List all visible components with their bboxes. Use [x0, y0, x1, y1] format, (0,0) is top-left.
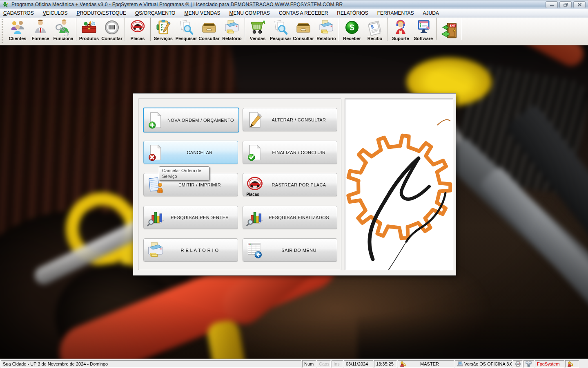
dialog-button-rastrear-por-placa[interactable]: PlacasRASTREAR POR PLACA	[243, 173, 337, 196]
toolbar-group-2: Placas	[125, 18, 150, 41]
toolbar-button-vendas[interactable]: Vendas	[246, 18, 269, 41]
printer3d-icon	[224, 19, 240, 36]
drawer-icon	[295, 19, 312, 36]
toolbar-button-label: Consultar	[198, 36, 219, 41]
statusbar-text-brand: FpqSystem	[537, 361, 560, 367]
toolbar-button-consultar[interactable]: Consultar	[292, 18, 315, 41]
os-menu-dialog: NOVA ORDEM / ORÇAMENTOALTERAR / CONSULTA…	[133, 93, 456, 276]
tooltip-line-2: Serviço	[162, 173, 206, 179]
toolbar-button-pesquisar[interactable]: Pesquisar	[269, 18, 292, 41]
statusbar-panel-time: 13:35:25	[374, 360, 397, 368]
toolbar-button-fornece[interactable]: Fornece	[29, 18, 52, 41]
statusbar-panel-printer	[513, 360, 523, 368]
toolbar-group-0: ClientesForneceFunciona	[5, 18, 76, 41]
printer3d-icon	[318, 19, 334, 36]
menu-item-cadastros[interactable]: CADASTROS	[0, 9, 38, 18]
doc-search-icon	[178, 19, 194, 36]
dialog-button-label: NOVA ORDEM / ORÇAMENTO	[167, 118, 240, 123]
dialog-button-label: PESQUISAR PENDENTES	[167, 215, 238, 220]
status-bar: Sua Cidade - UP 3 de Novembro de 2024 - …	[0, 359, 588, 368]
network-icon	[526, 361, 532, 367]
toolbar-button-funciona[interactable]: Funciona	[52, 18, 75, 41]
close-button[interactable]	[573, 1, 586, 8]
toolbar-button-exit[interactable]: EXIT	[438, 18, 461, 40]
statusbar-text-version: Versão OS OFICINA 3.0	[464, 361, 512, 367]
window-title: Programa Oficina Mecânica + Vendas v3.0 …	[11, 2, 343, 7]
menu-item-ferramentas[interactable]: FERRAMENTAS	[373, 9, 419, 18]
dialog-button-finalizar-concluir[interactable]: FINALIZAR / CONCLUIR	[243, 141, 337, 164]
user-key-icon	[567, 361, 573, 367]
icon-caption: Placas	[243, 192, 263, 197]
laptop-icon	[457, 361, 463, 367]
dialog-button-r-e-l-a-t-ó-r-i-o[interactable]: R E L A T Ó R I O	[143, 238, 238, 262]
toolbar-button-label: Relatório	[222, 36, 242, 41]
minimize-button[interactable]	[546, 1, 558, 8]
toolbar-button-label: Vendas	[250, 36, 266, 41]
statusbar-text-num: Num	[304, 361, 314, 367]
toolbar-button-software[interactable]: Software	[412, 18, 435, 41]
dialog-button-nova-ordem-orçamento[interactable]: NOVA ORDEM / ORÇAMENTO	[143, 108, 239, 132]
support-icon	[392, 19, 409, 36]
exit-door-icon: EXIT	[440, 21, 459, 40]
toolbar-button-label: Consultar	[101, 36, 122, 41]
menu-item-veiculos[interactable]: VEICULOS	[38, 9, 72, 18]
statusbar-panel-location: Sua Cidade - UP 3 de Novembro de 2024 - …	[1, 360, 301, 368]
page-cancel-icon	[144, 142, 167, 163]
menu-item-contas-a-receber[interactable]: CONTAS A RECEBER	[274, 9, 332, 18]
title-bar: Programa Oficina Mecânica + Vendas v3.0 …	[0, 0, 588, 9]
statusbar-text-ins: Ins	[334, 361, 340, 367]
toolbar-grip	[1, 19, 4, 43]
dialog-button-label: FINALIZAR / CONCLUIR	[267, 150, 337, 155]
menu-item-menu-compras[interactable]: MENU COMPRAS	[225, 9, 274, 18]
statusbar-panel-user: MASTER	[398, 360, 454, 368]
page-pencil-icon	[243, 109, 267, 130]
barcode-icon	[104, 19, 120, 36]
statusbar-text-location: Sua Cidade - UP 3 de Novembro de 2024 - …	[3, 361, 108, 367]
tooltip-cancel-os: Cancelar Ordem de Serviço	[159, 166, 209, 181]
dialog-button-pesquisar-pendentes[interactable]: PESQUISAR PENDENTES	[143, 206, 238, 229]
menu-item-produto-estoque[interactable]: PRODUTO/ESTOQUE	[72, 9, 131, 18]
menu-item-relat-rios[interactable]: RELATÓRIOS	[332, 9, 372, 18]
toolbar-button-consultar[interactable]: Consultar	[198, 18, 220, 41]
toolbar-button-placas[interactable]: Placas	[126, 18, 149, 41]
tooltip-line-1: Cancelar Ordem de	[162, 168, 206, 173]
app-logo-icon	[2, 1, 9, 8]
statusbar-text-date: 03/11/2024	[346, 361, 368, 367]
menu-item-ajuda[interactable]: AJUDA	[419, 9, 443, 18]
toolbar-button-label: Fornece	[32, 36, 49, 41]
statusbar-panel-num: Num	[302, 360, 316, 368]
statusbar-text-caps: Caps	[319, 361, 330, 367]
toolbar-button-relat-rio[interactable]: Relatório	[315, 18, 338, 41]
toolbar-button-receber[interactable]: $Receber	[341, 18, 363, 41]
dialog-button-pesquisar-finalizados[interactable]: PESQUISAR FINALIZADOS	[243, 206, 337, 229]
toolbar: ClientesForneceFuncionaProdutosConsultar…	[0, 18, 588, 45]
toolbar-button-produtos[interactable]: Produtos	[78, 18, 100, 41]
toolbar-button-recibo[interactable]: $Recibo	[363, 18, 386, 41]
cart-icon	[249, 19, 266, 36]
dialog-button-label: RASTREAR POR PLACA	[267, 182, 337, 187]
toolbar-button-relat-rio[interactable]: Relatório	[220, 18, 243, 41]
toolbar-button-pesquisar[interactable]: Pesquisar	[175, 18, 198, 41]
menu-item-menu-vendas[interactable]: MENU VENDAS	[180, 9, 225, 18]
toolbar-button-suporte[interactable]: Suporte	[389, 18, 412, 41]
application-window: { "window": { "title": "Programa Oficina…	[0, 0, 588, 368]
toolbar-button-label: Funciona	[53, 36, 74, 41]
toolbar-button-consultar[interactable]: Consultar	[100, 18, 123, 41]
toolbar-group-3: ServiçosPesquisarConsultarRelatório	[150, 18, 245, 41]
toolbar-button-clientes[interactable]: Clientes	[6, 18, 29, 41]
toolbar-button-label: Recibo	[368, 36, 383, 41]
restore-button[interactable]	[559, 1, 572, 8]
statusbar-panel-version: Versão OS OFICINA 3.0	[455, 360, 512, 368]
menu-item-os-or-amento[interactable]: OS/ORÇAMENTO	[131, 9, 180, 18]
toolbar-button-label: Produtos	[79, 36, 99, 41]
dialog-button-label: CANCELAR	[167, 150, 238, 155]
toolbar-button-servi-os[interactable]: Serviços	[152, 18, 175, 41]
toolbar-button-label: Serviços	[154, 36, 173, 41]
toolbar-group-7: EXIT	[436, 18, 462, 40]
toolbar-button-label: Clientes	[9, 36, 27, 41]
chart-search-icon	[243, 207, 267, 228]
dialog-button-sair-do-menu[interactable]: SAIR DO MENU	[243, 238, 337, 262]
statusbar-panel-network	[523, 360, 534, 368]
dialog-button-cancelar[interactable]: CANCELAR	[143, 141, 238, 164]
dialog-button-alterar-consultar[interactable]: ALTERAR / CONSULTAR	[243, 108, 337, 131]
